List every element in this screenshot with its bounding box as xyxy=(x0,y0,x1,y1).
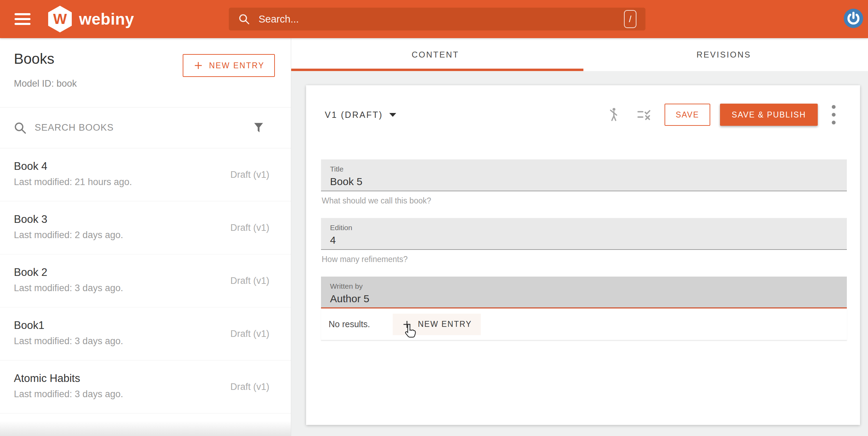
list-item[interactable]: Book 3 Last modified: 2 days ago. Draft … xyxy=(0,201,291,254)
entry-form: Title Book 5 What should we call this bo… xyxy=(321,159,847,340)
field-value: Book 5 xyxy=(330,176,847,188)
list-item[interactable]: Book 4 Last modified: 21 hours ago. Draf… xyxy=(0,148,291,201)
field-helper-text: What should we call this book? xyxy=(322,196,847,206)
field-label: Written by xyxy=(330,282,847,290)
no-results-text: No results. xyxy=(329,319,370,329)
global-search-bar[interactable]: / xyxy=(229,8,645,30)
field-value: 4 xyxy=(330,234,847,246)
hamburger-menu-icon[interactable] xyxy=(15,13,31,25)
field-value: Author 5 xyxy=(330,293,847,305)
field-label: Edition xyxy=(330,224,847,232)
logo-text: webiny xyxy=(79,10,134,28)
entries-sidebar: Books Model ID: book NEW ENTRY Book 4 La… xyxy=(0,38,291,436)
tab-content[interactable]: CONTENT xyxy=(291,38,580,71)
reference-dropdown: No results. NEW ENTRY xyxy=(321,308,847,340)
app-screen: W webiny / Books Model ID: book xyxy=(0,0,868,436)
field-label: Title xyxy=(330,165,847,173)
active-tab-indicator xyxy=(291,69,583,71)
status-badge: Draft (v1) xyxy=(230,382,269,392)
status-badge: Draft (v1) xyxy=(230,329,269,339)
dropdown-new-entry-button[interactable]: NEW ENTRY xyxy=(393,314,481,335)
tab-bar: CONTENT REVISIONS xyxy=(291,38,868,71)
save-and-publish-button[interactable]: SAVE & PUBLISH xyxy=(720,104,818,126)
search-books-input[interactable] xyxy=(35,122,252,133)
chevron-down-icon xyxy=(389,113,396,117)
list-item[interactable]: Book1 Last modified: 3 days ago. Draft (… xyxy=(0,307,291,360)
list-item[interactable]: Book 2 Last modified: 3 days ago. Draft … xyxy=(0,254,291,307)
webiny-logo-hexagon-icon: W xyxy=(47,5,73,33)
save-button[interactable]: SAVE xyxy=(665,104,710,126)
status-badge: Draft (v1) xyxy=(230,169,269,180)
kebab-menu-icon[interactable] xyxy=(831,105,836,125)
edition-field[interactable]: Edition 4 xyxy=(321,218,847,250)
accessibility-person-icon[interactable] xyxy=(606,107,621,122)
version-dropdown[interactable]: V1 (DRAFT) xyxy=(325,110,396,120)
field-helper-text: How many refinements? xyxy=(322,255,847,264)
status-badge: Draft (v1) xyxy=(230,276,269,286)
search-icon xyxy=(13,121,27,135)
logo-mark: W xyxy=(53,11,67,27)
webiny-logo: W webiny xyxy=(47,5,134,33)
filter-icon[interactable] xyxy=(252,121,265,134)
model-id-label: Model ID: book xyxy=(14,78,77,89)
entry-editor-card: V1 (DRAFT) xyxy=(306,85,860,425)
editor-toolbar: V1 (DRAFT) xyxy=(306,85,860,144)
top-header: W webiny / xyxy=(0,0,868,38)
list-item[interactable]: Atomic Habits Last modified: 3 days ago.… xyxy=(0,360,291,413)
page-title: Books xyxy=(14,51,54,67)
content-panel: CONTENT REVISIONS V1 (DRAFT) xyxy=(291,38,868,436)
search-icon xyxy=(238,13,250,25)
global-search-input[interactable] xyxy=(259,14,624,25)
sidebar-header: Books Model ID: book NEW ENTRY xyxy=(0,38,291,107)
version-label: V1 (DRAFT) xyxy=(325,110,383,120)
search-shortcut-badge: / xyxy=(624,10,636,28)
toolbar-actions: SAVE SAVE & PUBLISH xyxy=(606,104,836,126)
plus-icon xyxy=(193,60,203,71)
sidebar-search-row xyxy=(0,107,291,148)
written-by-field[interactable]: Written by Author 5 xyxy=(321,277,847,308)
new-entry-button[interactable]: NEW ENTRY xyxy=(183,54,275,77)
user-avatar[interactable] xyxy=(844,9,863,28)
plus-icon xyxy=(402,319,412,330)
status-badge: Draft (v1) xyxy=(230,223,269,233)
title-field[interactable]: Title Book 5 xyxy=(321,159,847,191)
validation-rule-icon[interactable] xyxy=(621,107,652,123)
tab-revisions[interactable]: REVISIONS xyxy=(580,38,868,71)
